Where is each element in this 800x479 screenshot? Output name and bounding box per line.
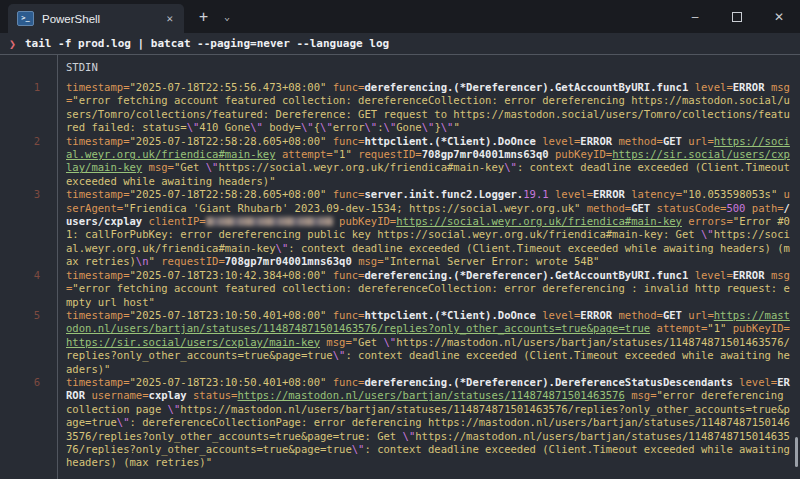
line-number: 3 (0, 188, 57, 268)
log-url: https://sir.social/users/cxplay/main-key (66, 336, 320, 348)
log-segment: clientIP= (149, 215, 206, 227)
log-segment: func= (333, 309, 365, 321)
log-segment: "1" (333, 148, 358, 160)
log-entry: timestamp="2025-07-18T22:58:28.605+08:00… (57, 188, 800, 268)
close-button[interactable]: ✕ (758, 0, 800, 33)
redacted-client-ip (206, 217, 333, 226)
log-segment: "1" (707, 322, 732, 334)
log-segment: "2025-07-18T22:58:28.605+08:00" (130, 135, 333, 147)
minimize-button[interactable]: – (674, 0, 716, 33)
log-segment: 708gp7mr04001mns63q0 (422, 148, 555, 160)
log-url: https://social.weyr.org.uk/friendica#mai… (396, 215, 682, 227)
log-row: 1timestamp="2025-07-18T22:55:56.473+08:0… (0, 81, 800, 135)
log-segment: msg= (149, 161, 174, 173)
log-segment: ERROR (733, 269, 771, 281)
log-segment: url= (688, 135, 713, 147)
log-segment: \" (276, 242, 289, 254)
gutter-header (0, 61, 57, 81)
log-row: 6timestamp="2025-07-18T23:10:50.401+08:0… (0, 376, 800, 470)
command-line: ❯ tail -f prod.log | batcat --paging=nev… (0, 33, 800, 54)
log-segment: \" (384, 336, 397, 348)
log-segment: level= (695, 269, 733, 281)
terminal-window: >_ PowerShell ✕ + ⌄ – ✕ ❯ tail -f prod.l… (0, 0, 800, 479)
tab-title: PowerShell (42, 13, 156, 25)
log-segment: \" (422, 121, 435, 133)
log-segment: ERROR (580, 135, 618, 147)
maximize-button[interactable] (716, 0, 758, 33)
log-segment: timestamp= (66, 135, 130, 147)
log-segment: "error fetching account featured collect… (66, 282, 790, 307)
log-segment: server.init.func2.Logger. (364, 188, 523, 200)
log-row: 3timestamp="2025-07-18T22:58:28.605+08:0… (0, 188, 800, 268)
log-segment: \" (504, 161, 517, 173)
tab-dropdown-icon[interactable]: ⌄ (224, 11, 230, 22)
log-segment: level= (542, 309, 580, 321)
line-number: 6 (0, 376, 57, 470)
log-segment: requestID= (161, 255, 225, 267)
log-segment: ERROR (733, 81, 771, 93)
new-tab-button[interactable]: + (199, 8, 208, 26)
log-entry: timestamp="2025-07-18T22:55:56.473+08:00… (57, 81, 800, 135)
log-segment: \n (136, 255, 149, 267)
log-segment: dereferencing.(*Dereferencer).GetAccount… (364, 269, 694, 281)
log-segment: 19.1 (523, 188, 548, 200)
log-segment: httpclient.(*Client).DoOnce (364, 135, 542, 147)
log-segment: func= (333, 135, 365, 147)
maximize-icon (732, 12, 742, 22)
command-text: tail -f prod.log | batcat --paging=never… (25, 37, 389, 50)
log-segment: requestID= (358, 148, 422, 160)
log-segment: 708gp7mr04001mns63q0 (225, 255, 358, 267)
log-entry: timestamp="2025-07-18T22:58:28.605+08:00… (57, 135, 800, 189)
log-segment: msg= (326, 336, 351, 348)
log-segment: pubKeyID= (555, 148, 612, 160)
log-segment: httpclient.(*Client).DoOnce (364, 309, 542, 321)
log-segment: "2025-07-18T23:10:42.384+08:00" (130, 269, 333, 281)
log-segment: method= (618, 309, 662, 321)
log-row: 2timestamp="2025-07-18T22:58:28.605+08:0… (0, 135, 800, 189)
log-segment: \" (301, 121, 314, 133)
powershell-icon: >_ (17, 11, 34, 26)
log-segment: \" (403, 430, 416, 442)
log-segment: \" (384, 121, 397, 133)
log-segment: dereferencing.(*Dereferencer).GetAccount… (364, 81, 694, 93)
log-segment: level= (542, 135, 580, 147)
close-tab-icon[interactable]: ✕ (164, 12, 175, 25)
line-number: 2 (0, 135, 57, 189)
log-segment: 410 Gone (199, 121, 250, 133)
log-segment: "2025-07-18T22:55:56.473+08:00" (130, 81, 333, 93)
log-segment: status= (193, 389, 237, 401)
log-segment: error (333, 121, 365, 133)
log-segment: path= (752, 202, 784, 214)
log-segment: msg= (358, 255, 383, 267)
log-segment: attempt= (282, 148, 333, 160)
log-segment: "2025-07-18T22:58:28.605+08:00" (130, 188, 333, 200)
log-segment: \" (187, 121, 200, 133)
log-segment: " (453, 121, 459, 133)
log-segment: \" (250, 121, 263, 133)
log-segment: "2025-07-18T23:10:50.401+08:00" (130, 309, 333, 321)
log-segment: \" (117, 416, 130, 428)
log-entry: timestamp="2025-07-18T23:10:50.401+08:00… (57, 376, 800, 470)
gutter-separator (57, 55, 58, 479)
log-segment: level= (739, 376, 777, 388)
log-segment: dereferencing.(*Dereferencer).Dereferenc… (364, 376, 739, 388)
log-segment: "Friendica 'Giant Rhubarb' 2023.09-dev-1… (123, 202, 587, 214)
log-row: 4timestamp="2025-07-18T23:10:42.384+08:0… (0, 269, 800, 309)
log-entry: timestamp="2025-07-18T23:10:50.401+08:00… (57, 309, 800, 376)
log-header-row: STDIN (0, 55, 800, 81)
log-segment: method= (618, 135, 662, 147)
log-segment: statusCode= (657, 202, 727, 214)
log-segment: pubKeyID= (733, 322, 790, 334)
tab-powershell[interactable]: >_ PowerShell ✕ (8, 4, 184, 33)
log-segment: timestamp= (66, 81, 130, 93)
scrollbar-thumb[interactable] (795, 437, 798, 467)
log-segment: body= (263, 121, 301, 133)
log-segment: \" (206, 161, 219, 173)
log-segment: errors= (688, 215, 732, 227)
log-segment: func= (333, 188, 365, 200)
log-segment: attempt= (657, 322, 708, 334)
log-segment: latency= (631, 188, 682, 200)
log-segment: \" (168, 403, 181, 415)
log-segment: ERROR (580, 309, 618, 321)
log-segment: Gone (396, 121, 421, 133)
